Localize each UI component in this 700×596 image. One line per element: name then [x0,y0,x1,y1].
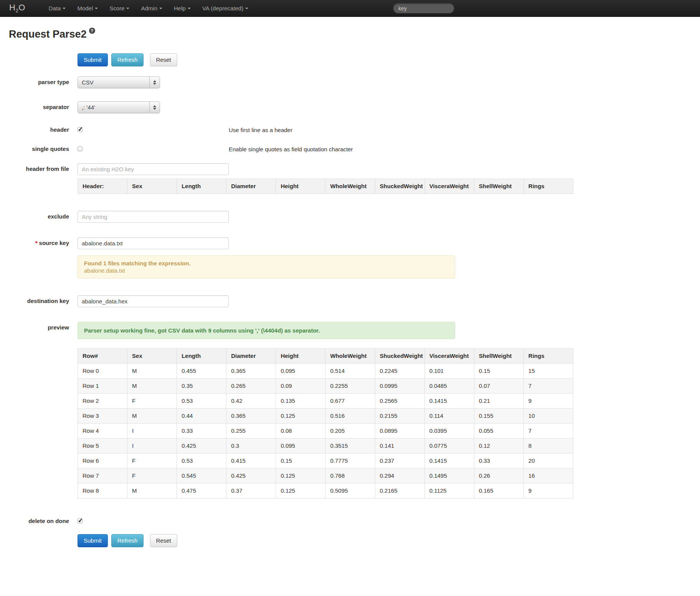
table-cell: M [127,483,177,498]
h2o-logo[interactable]: H2O [9,3,25,13]
table-cell: 0.475 [177,483,226,498]
column-header: Length [177,349,226,364]
table-cell: Row 8 [78,483,127,498]
single-quotes-label: single quotes [0,144,69,153]
source-match-file: abalone.data.txt [84,267,449,274]
table-cell: 0.2245 [375,364,424,379]
table-cell: 0.125 [276,483,325,498]
table-cell: 0.768 [325,469,375,483]
refresh-button[interactable]: Refresh [111,53,144,66]
submit-button[interactable]: Submit [78,53,108,66]
nav-menu-admin[interactable]: Admin [135,0,168,17]
table-cell: 0.7775 [325,454,375,469]
header-row: header Use first line as a header [0,125,700,134]
table-cell: 0.53 [177,454,226,469]
single-quotes-row: single quotes Enable single quotes as fi… [0,144,700,153]
bottom-button-row: Submit Refresh Reset [78,534,700,547]
chevron-down-icon [245,8,248,9]
table-cell: 15 [523,364,573,379]
table-cell: 0.425 [177,439,226,454]
column-header: VisceraWeight [424,349,474,364]
reset-button[interactable]: Reset [150,53,177,66]
nav-menu-model[interactable]: Model [71,0,104,17]
destination-key-row: destination key [0,295,700,307]
column-header: Sex [127,349,177,364]
table-cell: 0.677 [325,394,375,409]
table-row: Row 8M0.4750.370.1250.50950.21650.11250.… [78,483,573,498]
table-cell: 0.205 [325,424,375,439]
column-header: ShuckedWeight [375,349,424,364]
column-header: Header: [78,179,127,194]
source-match-alert: Found 1 files matching the expression. a… [78,255,455,278]
column-header: Rings [523,179,573,194]
nav-menu-help[interactable]: Help [168,0,196,17]
help-icon[interactable]: ? [89,28,95,34]
table-cell: 0.101 [424,364,474,379]
table-cell: I [127,439,177,454]
table-row: Row 4I0.330.2550.080.2050.08950.03950.05… [78,424,573,439]
table-cell: 0.53 [177,394,226,409]
key-search-input[interactable] [393,3,454,13]
table-cell: 0.12 [474,439,523,454]
single-quotes-checkbox[interactable] [78,146,83,151]
delete-on-done-checkbox[interactable] [78,518,83,523]
column-header: Sex [127,179,177,194]
table-cell: 0.3 [226,439,276,454]
column-header: Height [276,179,325,194]
table-cell: Row 0 [78,364,127,379]
nav-menu-score[interactable]: Score [104,0,135,17]
nav-menu-data[interactable]: Data [43,0,72,17]
table-cell: Row 2 [78,394,127,409]
select-stepper-icon [149,77,160,88]
table-cell: 0.21 [474,394,523,409]
table-cell: 16 [523,469,573,483]
refresh-button[interactable]: Refresh [111,534,144,547]
page-title: Request Parse2? [9,28,700,40]
separator-select[interactable]: ,: '44' [78,101,160,113]
separator-value: ,: '44' [78,104,149,111]
table-cell: 0.2165 [375,483,424,498]
destination-key-input[interactable] [78,295,229,307]
table-row: Row 2F0.530.420.1350.6770.25650.14150.21… [78,394,573,409]
source-key-label: *source key [0,237,69,247]
header-from-file-label: header from file [0,163,69,173]
table-cell: 8 [523,439,573,454]
delete-on-done-label: delete on done [0,516,69,525]
preview-row: preview Parser setup working fine, got C… [0,322,700,498]
table-cell: 0.0485 [424,379,474,394]
table-cell: 0.365 [226,364,276,379]
column-header: WholeWeight [325,179,375,194]
table-cell: 0.0395 [424,424,474,439]
header-checkbox[interactable] [78,127,83,132]
table-cell: 0.514 [325,364,375,379]
nav-menu-va-deprecated[interactable]: VA (deprecated) [196,0,254,17]
parser-type-select[interactable]: CSV [78,76,160,88]
source-match-title: Found 1 files matching the expression. [84,260,449,267]
table-cell: 0.37 [226,483,276,498]
table-cell: 0.516 [325,409,375,424]
single-quotes-description: Enable single quotes as field quotation … [229,144,353,153]
column-header: Height [276,349,325,364]
table-cell: 0.135 [276,394,325,409]
table-cell: 0.125 [276,469,325,483]
exclude-label: exclude [0,211,69,220]
reset-button[interactable]: Reset [150,534,177,547]
source-key-input[interactable] [78,237,229,249]
table-cell: 0.35 [177,379,226,394]
table-cell: Row 3 [78,409,127,424]
table-cell: 0.055 [474,424,523,439]
table-cell: 0.415 [226,454,276,469]
table-cell: 0.095 [276,439,325,454]
table-cell: M [127,379,177,394]
submit-button[interactable]: Submit [78,534,108,547]
table-cell: 0.237 [375,454,424,469]
select-stepper-icon [149,102,160,113]
nav-menu-data-label: Data [49,5,61,12]
nav-menu-admin-label: Admin [141,5,157,12]
table-cell: 0.26 [474,469,523,483]
table-cell: 0.265 [226,379,276,394]
delete-on-done-row: delete on done [0,516,700,525]
table-row: Row 5I0.4250.30.0950.35150.1410.07750.12… [78,439,573,454]
exclude-input[interactable] [78,211,229,223]
header-from-file-input[interactable] [78,163,229,175]
